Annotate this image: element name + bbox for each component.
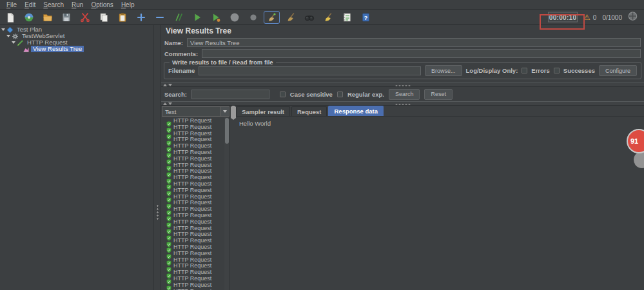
- results-viewer: Text HTTP Request: [161, 106, 644, 290]
- menu-item[interactable]: File: [3, 1, 21, 8]
- menu-item[interactable]: Help: [117, 1, 139, 8]
- toolbar: ? 00:00:10 ⚠ 0 0/1000: [0, 10, 644, 25]
- clear-button[interactable]: [264, 11, 280, 24]
- open-file-button[interactable]: [39, 11, 55, 24]
- success-shield-icon: [166, 264, 171, 269]
- group-title: Write results to file / Read from file: [170, 59, 276, 66]
- success-shield-icon: [166, 257, 171, 263]
- function-helper-button[interactable]: [338, 11, 355, 24]
- cut-icon: [80, 12, 90, 23]
- viewer-vertical-splitter[interactable]: [229, 106, 234, 290]
- workspace: Test Plan TestWebServlet HTTP Request Vi…: [0, 25, 644, 290]
- success-shield-icon: [166, 144, 171, 150]
- case-sensitive-label: Case sensitive: [290, 91, 333, 98]
- horizontal-splitter-bottom[interactable]: [161, 101, 644, 106]
- name-label: Name:: [164, 39, 183, 46]
- paste-icon: [117, 12, 128, 23]
- tree-node-view-results-tree[interactable]: View Results Tree: [0, 46, 153, 52]
- response-data-text[interactable]: Hello World: [234, 117, 644, 290]
- configure-button[interactable]: Configure: [599, 65, 637, 76]
- errors-checkbox[interactable]: [522, 68, 527, 73]
- dropdown-value: Text: [162, 108, 220, 115]
- paste-button[interactable]: [114, 11, 130, 24]
- success-shield-icon: [166, 194, 171, 200]
- clear-all-icon: [286, 12, 296, 23]
- search-icon: [304, 12, 315, 23]
- start-button[interactable]: [189, 11, 205, 24]
- horizontal-splitter-top[interactable]: [161, 82, 644, 87]
- search-button-toolbar[interactable]: [301, 11, 317, 24]
- case-sensitive-checkbox[interactable]: [280, 92, 286, 97]
- tab-sampler-result[interactable]: Sampler result: [236, 106, 290, 116]
- open-file-icon: [43, 12, 53, 23]
- warning-icon[interactable]: ⚠: [583, 14, 590, 21]
- new-file-button[interactable]: [2, 11, 18, 24]
- splitter-grip-icon: [395, 103, 411, 106]
- search-label: Search:: [164, 91, 187, 98]
- help-button[interactable]: ?: [357, 11, 373, 24]
- comments-field[interactable]: [202, 49, 641, 58]
- dropdown-arrow-button[interactable]: [220, 107, 229, 116]
- success-shield-icon: [166, 282, 171, 288]
- collapse-arrow-icon[interactable]: [12, 41, 15, 44]
- success-shield-icon: [166, 200, 171, 206]
- tree-label: View Results Tree: [31, 46, 84, 52]
- cut-button[interactable]: [77, 11, 93, 24]
- tab-response-data[interactable]: Response data: [328, 106, 384, 116]
- filename-label: Filename: [168, 67, 195, 74]
- shutdown-icon: [248, 12, 259, 23]
- list-scrollbar[interactable]: [224, 117, 229, 290]
- clear-icon: [267, 12, 277, 23]
- splitter-arrows-icon[interactable]: [231, 107, 236, 119]
- success-shield-icon: [166, 181, 171, 187]
- reset-button[interactable]: Reset: [424, 89, 453, 100]
- menu-item[interactable]: Run: [68, 1, 87, 8]
- browse-button[interactable]: Browse...: [425, 65, 462, 76]
- thread-group-gear-icon: [12, 34, 18, 39]
- start-no-pauses-button[interactable]: [208, 11, 224, 24]
- success-shield-icon: [166, 207, 171, 213]
- stop-button[interactable]: [226, 11, 242, 24]
- templates-button[interactable]: [21, 11, 37, 24]
- save-button[interactable]: [58, 11, 74, 24]
- test-plan-icon: [7, 27, 13, 33]
- search-button[interactable]: Search: [389, 89, 420, 100]
- scrollbar-thumb[interactable]: [225, 118, 229, 144]
- log-display-label: Log/Display Only:: [466, 67, 518, 74]
- main-vertical-splitter[interactable]: [153, 25, 161, 290]
- page-title: View Results Tree: [161, 25, 644, 37]
- copy-button[interactable]: [95, 11, 112, 24]
- http-request-icon: [17, 40, 23, 46]
- save-icon: [61, 12, 72, 23]
- new-file-icon: [5, 12, 15, 23]
- tree-node-thread-group[interactable]: TestWebServlet: [0, 33, 153, 39]
- toggle-button[interactable]: [170, 11, 186, 24]
- menu-item[interactable]: Edit: [21, 1, 39, 8]
- splitter-arrows-icon[interactable]: [163, 102, 172, 105]
- search-input[interactable]: [191, 90, 269, 99]
- menu-item[interactable]: Options: [87, 1, 117, 8]
- regular-exp-checkbox[interactable]: [337, 92, 343, 97]
- collapse-arrow-icon[interactable]: [6, 35, 10, 37]
- splitter-arrows-icon[interactable]: [163, 84, 172, 86]
- name-field[interactable]: [187, 38, 641, 47]
- search-panel: Search: Case sensitive Regular exp. Sear…: [161, 87, 644, 101]
- toggle-icon: [173, 12, 184, 23]
- clear-all-button[interactable]: [282, 11, 298, 24]
- filename-field[interactable]: [199, 66, 421, 75]
- expand-all-button[interactable]: [133, 11, 149, 24]
- render-mode-dropdown[interactable]: Text: [162, 106, 229, 117]
- success-shield-icon: [166, 131, 171, 137]
- templates-icon: [24, 12, 34, 23]
- successes-checkbox[interactable]: [554, 68, 560, 73]
- tab-request[interactable]: Request: [291, 106, 327, 116]
- copy-icon: [99, 12, 109, 23]
- regular-exp-label: Regular exp.: [347, 91, 384, 98]
- shutdown-button[interactable]: [245, 11, 261, 24]
- search-reset-button[interactable]: [320, 11, 336, 24]
- expand-all-icon: [136, 12, 146, 23]
- chevron-down-icon: [223, 110, 227, 113]
- collapse-all-button[interactable]: [151, 11, 168, 24]
- menu-item[interactable]: Search: [39, 1, 68, 8]
- collapse-arrow-icon[interactable]: [1, 28, 5, 31]
